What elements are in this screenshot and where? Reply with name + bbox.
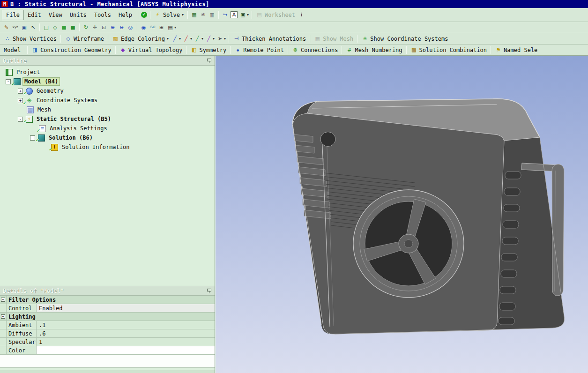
zoom-fit-icon[interactable]: ◎ <box>126 23 135 32</box>
slice-tool-icon[interactable]: ▣ <box>20 23 29 32</box>
edge-direction-2-icon[interactable]: ╱▾ <box>182 34 193 43</box>
tree-item-analysis-settings[interactable]: ≡✓Analysis Settings <box>0 124 215 133</box>
select-edge-icon[interactable]: ◇ <box>51 23 60 32</box>
iso-view-icon[interactable]: ISO <box>148 23 157 32</box>
geometry-icon: ✓ <box>26 88 33 95</box>
label-pick-icon[interactable]: ✎ <box>2 23 11 32</box>
row-ambient-value[interactable]: .1 <box>37 321 215 329</box>
select-vertex-icon[interactable]: □ <box>42 23 51 32</box>
menu-help[interactable]: Help <box>115 10 136 20</box>
solution-tools-icon: ▦ <box>191 11 198 18</box>
edge-direction-3-icon: ╱ <box>194 35 201 42</box>
symmetry-button[interactable]: ◧Symmetry <box>188 45 228 54</box>
solution-tools-icon[interactable]: ▦ <box>190 10 199 19</box>
pointer-icon[interactable]: ↖ <box>29 23 37 32</box>
font-style-icon[interactable]: A <box>230 10 238 19</box>
rotate-icon[interactable]: ↻ <box>82 23 90 32</box>
ibeam-cursor[interactable]: i <box>297 10 306 19</box>
menu-units[interactable]: Units <box>66 10 90 20</box>
toolbar-separator <box>137 23 137 31</box>
expand-expander-icon[interactable]: + <box>18 89 23 94</box>
tree-item-solution-information[interactable]: i✓Solution Information <box>0 142 215 152</box>
remote-point-button[interactable]: ●Remote Point <box>232 45 286 54</box>
collapse-expander-icon[interactable]: - <box>6 79 11 84</box>
worksheet-icon: ▤ <box>256 11 263 18</box>
named-selection-button[interactable]: ⚑Named Sele <box>493 45 539 54</box>
row-control-value[interactable]: Enabled <box>37 304 215 312</box>
tree-item-label: Geometry <box>35 87 65 95</box>
tree-item-project[interactable]: Project <box>0 67 215 77</box>
label-xyz-icon[interactable]: xyz <box>11 23 20 32</box>
select-body-icon[interactable]: ■ <box>68 23 77 32</box>
expand-expander-icon[interactable]: + <box>18 98 23 103</box>
viewport-layout-icon[interactable]: ▤▾ <box>166 23 177 32</box>
edge-coloring-button[interactable]: ▧Edge Coloring▾ <box>110 34 171 43</box>
row-diffuse-value[interactable]: .6 <box>37 329 215 337</box>
solution-combination-button[interactable]: ▩Solution Combination <box>409 45 489 54</box>
check-overlay-icon: ✓ <box>23 90 27 96</box>
rescale-icon[interactable]: ⊞ <box>157 23 166 32</box>
construction-geometry-button[interactable]: ◨Construction Geometry <box>30 45 113 54</box>
look-at-icon: ◉ <box>140 24 147 31</box>
edge-tangent-icon[interactable]: ➤▾ <box>216 34 227 43</box>
zoom-fit-icon: ◎ <box>127 24 134 31</box>
menu-tools[interactable]: Tools <box>90 10 115 20</box>
thicken-annotations-button[interactable]: ⊣Thicken Annotations <box>231 34 308 43</box>
tree-item-static-structural[interactable]: -⚡✓Static Structural (B5) <box>0 114 215 124</box>
mesh-numbering-icon: # <box>346 46 353 53</box>
toolbar-separator <box>229 35 229 43</box>
toolbar-separator <box>150 11 150 19</box>
details-pin-button[interactable] <box>207 288 212 293</box>
show-coordinate-systems-icon: ✳ <box>361 35 368 42</box>
tree-item-mesh[interactable]: ▦Mesh <box>0 105 215 114</box>
edge-direction-3-icon[interactable]: ╱▾ <box>193 34 204 43</box>
title-bar: M B : Static Structural - Mechanical [AN… <box>0 0 588 8</box>
section-lighting[interactable]: -Lighting <box>0 313 215 321</box>
report-preview-icon: ▥ <box>208 11 216 18</box>
viewport-3d[interactable] <box>216 56 588 373</box>
details-table: -Filter OptionsControlEnabled-LightingAm… <box>0 296 215 373</box>
check-overlay-icon: ✓ <box>23 119 27 124</box>
menu-file[interactable]: File <box>2 10 24 20</box>
zoom-box-icon[interactable]: ⊡ <box>99 23 108 32</box>
image-capture-icon[interactable]: ▣▾ <box>238 10 250 19</box>
select-face-icon[interactable]: ■ <box>60 23 68 32</box>
redo-arrow-icon[interactable]: ↪ <box>221 10 230 19</box>
property-label: Ambient <box>7 321 37 329</box>
mesh-numbering-button[interactable]: #Mesh Numbering <box>344 45 404 54</box>
annotation-label-icon[interactable]: ab <box>199 10 208 19</box>
zoom-in-icon[interactable]: ⊕ <box>108 23 117 32</box>
edge-direction-1-icon[interactable]: ╱▾ <box>171 34 182 43</box>
collapse-expander-icon[interactable]: - <box>18 117 23 122</box>
ready-status-icon[interactable]: ✔ <box>140 11 148 19</box>
zoom-out-icon[interactable]: ⊖ <box>117 23 126 32</box>
tree-item-solution[interactable]: -✓Solution (B6) <box>0 133 215 142</box>
solve-icon: ⚡ <box>154 11 161 18</box>
rescale-icon: ⊞ <box>158 24 165 31</box>
show-vertices-button[interactable]: ∴Show Vertices <box>2 34 59 43</box>
show-coordinate-systems-button[interactable]: ✳Show Coordinate Systems <box>359 34 450 43</box>
tree-item-coordinate-systems[interactable]: +✳✓Coordinate Systems <box>0 96 215 105</box>
pan-icon[interactable]: ✛ <box>90 23 99 32</box>
outline-tree: Project-✓Model (B4)+✓Geometry+✳✓Coordina… <box>0 66 215 286</box>
tree-item-model[interactable]: -✓Model (B4) <box>0 77 215 86</box>
virtual-topology-button[interactable]: ◆Virtual Topology <box>118 45 185 54</box>
pointer-icon: ↖ <box>30 24 37 31</box>
dropdown-arrow-icon: ▾ <box>190 37 192 41</box>
wireframe-button[interactable]: ◇Wireframe <box>63 34 106 43</box>
row-specular-value[interactable]: 1 <box>37 338 215 346</box>
section-filter-options[interactable]: -Filter Options <box>0 296 215 304</box>
report-preview-icon[interactable]: ▥ <box>208 10 216 19</box>
collapse-expander-icon[interactable]: - <box>30 135 35 141</box>
edge-direction-4-icon[interactable]: ╱▾ <box>204 34 216 43</box>
worksheet-button: ▤Worksheet <box>254 10 297 19</box>
row-color-value[interactable] <box>37 346 215 354</box>
outline-pin-button[interactable] <box>207 58 212 63</box>
menu-view[interactable]: View <box>45 10 66 20</box>
toolbar-separator <box>310 35 310 43</box>
connections-button[interactable]: ⊗Connections <box>290 45 340 54</box>
tree-item-geometry[interactable]: +✓Geometry <box>0 86 215 96</box>
menu-edit[interactable]: Edit <box>24 10 45 20</box>
look-at-icon[interactable]: ◉ <box>139 23 148 32</box>
solve-button[interactable]: ⚡Solve▾ <box>152 10 186 19</box>
